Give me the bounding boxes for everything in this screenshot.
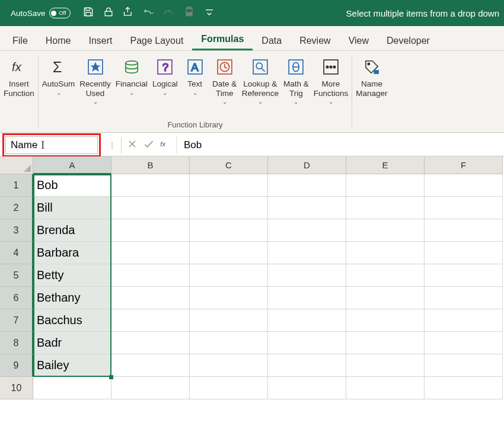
row-header-9[interactable]: 9 xyxy=(0,354,33,377)
row-header-8[interactable]: 8 xyxy=(0,332,33,354)
cell-F9[interactable] xyxy=(425,354,503,377)
row-header-2[interactable]: 2 xyxy=(0,197,33,219)
share-icon[interactable] xyxy=(123,6,135,20)
cell-D4[interactable] xyxy=(268,242,346,264)
cell-A2[interactable]: Bill xyxy=(33,197,111,219)
tab-formulas[interactable]: Formulas xyxy=(192,29,253,50)
tab-data[interactable]: Data xyxy=(253,31,291,50)
cell-C4[interactable] xyxy=(190,242,268,264)
cell-E8[interactable] xyxy=(346,332,425,354)
cell-F1[interactable] xyxy=(425,174,503,197)
cell-E3[interactable] xyxy=(346,219,425,242)
cell-E10[interactable] xyxy=(346,377,425,399)
cell-C2[interactable] xyxy=(190,197,268,219)
row-header-6[interactable]: 6 xyxy=(0,287,33,309)
cell-A6[interactable]: Bethany xyxy=(33,287,111,309)
cancel-icon[interactable] xyxy=(126,138,138,152)
cell-A8[interactable]: Badr xyxy=(33,332,111,354)
date-time-button[interactable]: Date & Time⌄ xyxy=(210,53,240,107)
cell-A5[interactable]: Betty xyxy=(33,264,111,287)
lock-icon[interactable] xyxy=(103,6,114,20)
column-header-A[interactable]: A xyxy=(33,156,111,174)
insert-function-button[interactable]: fx Insert Function xyxy=(1,53,37,99)
row-header-3[interactable]: 3 xyxy=(0,219,33,242)
cell-C7[interactable] xyxy=(190,309,268,332)
save-icon[interactable] xyxy=(82,6,94,20)
row-header-1[interactable]: 1 xyxy=(0,174,33,197)
cell-A7[interactable]: Bacchus xyxy=(33,309,111,332)
cell-A10[interactable] xyxy=(33,377,111,399)
clipboard-icon[interactable]: 123 xyxy=(183,6,195,20)
cell-F4[interactable] xyxy=(425,242,503,264)
cell-E4[interactable] xyxy=(346,242,425,264)
cell-C5[interactable] xyxy=(190,264,268,287)
math-trig-button[interactable]: Math & Trig⌄ xyxy=(281,53,311,107)
cell-E7[interactable] xyxy=(346,309,425,332)
cell-B4[interactable] xyxy=(111,242,190,264)
enter-icon[interactable] xyxy=(143,138,155,152)
cell-D7[interactable] xyxy=(268,309,346,332)
column-header-F[interactable]: F xyxy=(425,156,503,174)
cell-A9[interactable]: Bailey xyxy=(33,354,111,377)
cell-C3[interactable] xyxy=(190,219,268,242)
column-header-D[interactable]: D xyxy=(268,156,346,174)
financial-button[interactable]: Financial⌄ xyxy=(113,53,150,97)
cell-A1[interactable]: Bob xyxy=(33,174,111,197)
cell-C6[interactable] xyxy=(190,287,268,309)
column-header-B[interactable]: B xyxy=(111,156,190,174)
cell-D6[interactable] xyxy=(268,287,346,309)
cell-D9[interactable] xyxy=(268,354,346,377)
fx-icon[interactable]: fx xyxy=(160,138,171,152)
column-header-E[interactable]: E xyxy=(346,156,425,174)
cell-F10[interactable] xyxy=(425,377,503,399)
cell-F8[interactable] xyxy=(425,332,503,354)
text-button[interactable]: AText⌄ xyxy=(180,53,210,97)
cell-E9[interactable] xyxy=(346,354,425,377)
autosave-control[interactable]: AutoSave Off xyxy=(11,8,71,18)
row-header-10[interactable]: 10 xyxy=(0,377,33,399)
tab-view[interactable]: View xyxy=(340,31,378,50)
lookup-reference-button[interactable]: Lookup & Reference⌄ xyxy=(240,53,281,107)
cell-B1[interactable] xyxy=(111,174,190,197)
tab-developer[interactable]: Developer xyxy=(378,31,439,50)
name-manager-button[interactable]: Name Manager xyxy=(353,53,390,99)
more-functions-button[interactable]: More Functions⌄ xyxy=(311,53,351,107)
cell-B8[interactable] xyxy=(111,332,190,354)
cell-B5[interactable] xyxy=(111,264,190,287)
autosave-toggle[interactable]: Off xyxy=(49,8,71,18)
cell-A3[interactable]: Brenda xyxy=(33,219,111,242)
cell-F3[interactable] xyxy=(425,219,503,242)
cell-B10[interactable] xyxy=(111,377,190,399)
cell-B6[interactable] xyxy=(111,287,190,309)
row-header-7[interactable]: 7 xyxy=(0,309,33,332)
formula-input[interactable]: Bob xyxy=(176,136,504,154)
cell-D3[interactable] xyxy=(268,219,346,242)
tab-review[interactable]: Review xyxy=(291,31,339,50)
cell-E2[interactable] xyxy=(346,197,425,219)
cell-C8[interactable] xyxy=(190,332,268,354)
namebox-dropdown-icon[interactable]: ⋮ xyxy=(108,140,116,150)
column-header-C[interactable]: C xyxy=(190,156,268,174)
cell-D8[interactable] xyxy=(268,332,346,354)
recently-used-button[interactable]: Recently Used⌄ xyxy=(77,53,113,107)
tab-file[interactable]: File xyxy=(4,31,37,50)
cell-B3[interactable] xyxy=(111,219,190,242)
cell-F2[interactable] xyxy=(425,197,503,219)
cell-D10[interactable] xyxy=(268,377,346,399)
tab-page-layout[interactable]: Page Layout xyxy=(121,31,192,50)
autosum-button[interactable]: ΣAutoSum⌄ xyxy=(40,53,78,97)
tab-home[interactable]: Home xyxy=(37,31,80,50)
qat-customize-icon[interactable] xyxy=(203,6,215,20)
cell-D5[interactable] xyxy=(268,264,346,287)
redo-dropdown[interactable] xyxy=(163,6,175,20)
undo-dropdown[interactable] xyxy=(143,6,155,20)
cell-C10[interactable] xyxy=(190,377,268,399)
cell-F7[interactable] xyxy=(425,309,503,332)
name-box[interactable]: Name I xyxy=(5,136,98,154)
cell-A4[interactable]: Barbara xyxy=(33,242,111,264)
cell-E1[interactable] xyxy=(346,174,425,197)
logical-button[interactable]: ?Logical⌄ xyxy=(150,53,180,97)
cell-E6[interactable] xyxy=(346,287,425,309)
cell-E5[interactable] xyxy=(346,264,425,287)
cell-C9[interactable] xyxy=(190,354,268,377)
